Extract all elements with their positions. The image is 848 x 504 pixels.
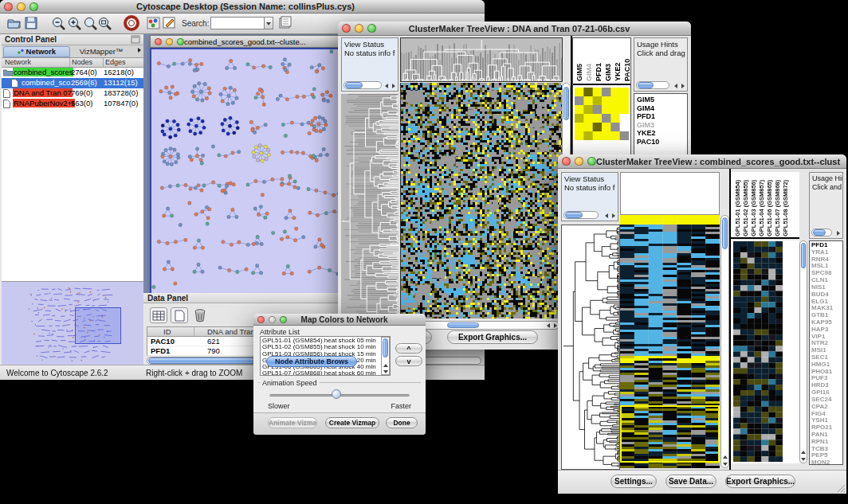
tv1-row-dendrogram[interactable] (341, 94, 398, 326)
minimize-icon[interactable] (269, 316, 276, 323)
network-name[interactable]: combined_sco (21, 78, 71, 87)
tv1-zoom-heatmap[interactable] (575, 88, 629, 140)
scroll-down-icon[interactable] (801, 458, 806, 461)
delete-attribute-icon[interactable] (191, 307, 209, 324)
minimize-icon[interactable] (17, 2, 26, 11)
minimize-icon[interactable] (166, 38, 173, 45)
zoom-window-icon[interactable] (280, 316, 287, 323)
close-icon[interactable] (342, 24, 351, 33)
frame1-titlebar[interactable]: combined_scores_good.txt--cluste... (150, 35, 340, 48)
tv2-export-graphics-button[interactable]: Export Graphics... (725, 475, 795, 488)
attribute-item[interactable]: GPL51-07 (GSM868) heat shock 60 min (262, 370, 390, 376)
tv2-row-dendrogram[interactable] (561, 225, 620, 470)
gene-label[interactable]: PAC10 (637, 138, 687, 147)
network-name[interactable]: RNAPuberNov2+I (13, 99, 75, 107)
zoom-fit-icon[interactable] (97, 16, 113, 31)
tv1-hints-hscrollbar[interactable] (636, 81, 669, 89)
speed-slider-thumb[interactable] (332, 389, 341, 399)
new-attribute-icon[interactable] (171, 307, 188, 323)
zoom-out-icon[interactable] (51, 16, 67, 31)
scroll-left-icon[interactable] (385, 84, 388, 88)
tv2-titlebar[interactable]: ClusterMaker TreeView : combined_scores_… (558, 154, 846, 169)
tv2-zoom-vscrollbar[interactable] (799, 240, 807, 463)
animate-vizmap-button[interactable]: Animate Vizmap (268, 417, 317, 428)
scroll-left-icon[interactable] (547, 323, 550, 328)
tv2-heatmap[interactable] (620, 215, 720, 468)
gene-label[interactable]: PFD1 (637, 112, 687, 121)
network-row[interactable]: combined_sco2569(6)13112(15) (2, 78, 143, 88)
node-attribute-browser-tab[interactable]: Node Attribute Brows (266, 356, 357, 367)
tab-network[interactable]: Network (3, 46, 70, 57)
gene-label[interactable]: MON2 (811, 459, 842, 465)
move-up-button[interactable]: ^ (395, 343, 422, 354)
attribute-select-icon[interactable] (150, 307, 167, 323)
tv2-zoom-heatmap[interactable] (733, 241, 783, 462)
zoom-window-icon[interactable] (177, 38, 184, 45)
tv1-status-hscrollbar[interactable] (344, 81, 382, 89)
search-input[interactable] (210, 17, 265, 29)
create-vizmap-button[interactable]: Create Vizmap (325, 417, 379, 428)
network-row[interactable]: combined_scores2764(0)16218(0) (2, 68, 143, 78)
tv1-titlebar[interactable]: ClusterMaker TreeView : DNA and Tran 07-… (338, 21, 691, 36)
zoom-window-icon[interactable] (587, 157, 596, 166)
birdseye-view[interactable] (2, 281, 143, 365)
scroll-up-icon[interactable] (723, 455, 728, 459)
help-lifebuoy-icon[interactable] (124, 15, 140, 31)
col-id[interactable]: ID (163, 327, 171, 336)
network-view-canvas-area[interactable] (150, 48, 340, 293)
tv2-heatmap-vscrollbar[interactable] (720, 215, 729, 468)
scroll-down-icon[interactable] (383, 370, 388, 373)
network-row[interactable]: DNA and Tran 07769(0)183728(0) (2, 88, 143, 99)
col-network[interactable]: Network (5, 58, 31, 66)
minimize-icon[interactable] (575, 157, 583, 166)
done-button[interactable]: Done (386, 417, 418, 428)
annotation-icon[interactable] (163, 17, 177, 29)
dialog-titlebar[interactable]: Map Colors to Network (253, 314, 426, 326)
scroll-up-icon[interactable] (383, 364, 388, 367)
scroll-left-icon[interactable] (605, 213, 608, 218)
scroll-right-icon[interactable] (681, 84, 685, 88)
tv1-export-graphics-button[interactable]: Export Graphics... (447, 330, 538, 344)
search-options-icon[interactable] (278, 16, 292, 30)
tv2-status-hscrollbar[interactable] (563, 211, 599, 219)
scroll-right-icon[interactable] (392, 84, 395, 88)
tab-vizmapper[interactable]: VizMapper™ (73, 46, 129, 57)
search-dropdown-button[interactable] (264, 17, 273, 29)
scroll-right-icon[interactable] (554, 323, 557, 328)
scroll-right-icon[interactable] (612, 213, 615, 218)
gene-label[interactable]: GIM5 (637, 96, 687, 104)
attribute-list-vscrollbar[interactable] (381, 337, 390, 375)
tv1-column-dendrogram[interactable] (400, 37, 563, 82)
tv2-save-data-button[interactable]: Save Data... (665, 475, 716, 488)
network-name[interactable]: DNA and Tran 07 (13, 88, 73, 97)
col-nodes[interactable]: Nodes (72, 58, 92, 66)
vizmapper-icon[interactable] (147, 17, 160, 29)
tv2-settings-button[interactable]: Settings... (610, 475, 657, 488)
close-icon[interactable] (4, 2, 13, 11)
col-edges[interactable]: Edges (105, 58, 126, 66)
gene-label[interactable]: GIM4 (637, 104, 687, 113)
scroll-right-icon[interactable] (837, 231, 840, 236)
minimize-icon[interactable] (355, 24, 363, 33)
move-down-button[interactable]: v (395, 356, 422, 366)
float-panel-icon[interactable] (131, 35, 140, 44)
close-icon[interactable] (562, 157, 571, 166)
scroll-up-icon[interactable] (801, 451, 806, 454)
zoom-window-icon[interactable] (29, 2, 38, 11)
tv1-heatmap[interactable] (400, 83, 562, 318)
tv2-gene-list[interactable]: PFD1YRA1RNR4MSL1SPC98CLN1NIS1BUD4ELG1MAK… (809, 240, 843, 465)
zoom-window-icon[interactable] (367, 24, 376, 33)
scroll-left-icon[interactable] (674, 84, 677, 88)
main-titlebar[interactable]: Cytoscape Desktop (Session Name: collins… (0, 0, 485, 14)
gene-label[interactable]: GIM3 (637, 121, 687, 130)
tv2-hints-hscrollbar[interactable] (811, 229, 832, 236)
scroll-down-icon[interactable] (723, 463, 728, 466)
resize-grip[interactable] (836, 483, 846, 493)
network-name[interactable]: combined_scores (13, 68, 73, 76)
birdseye-viewport-rect[interactable] (75, 307, 121, 344)
zoom-selected-icon[interactable] (83, 16, 99, 31)
zoom-in-icon[interactable] (67, 16, 83, 31)
gene-label[interactable]: YKE2 (637, 129, 687, 138)
save-icon[interactable] (24, 16, 38, 30)
tab-overflow-icon[interactable] (138, 48, 141, 53)
